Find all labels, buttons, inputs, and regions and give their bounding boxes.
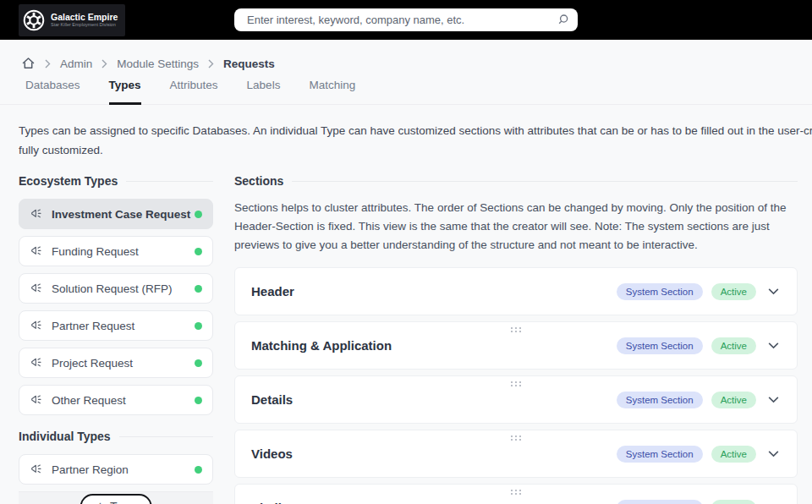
divider	[126, 181, 213, 182]
group-items: Investment Case Request Funding Request …	[19, 199, 213, 415]
divider	[119, 436, 213, 437]
status-dot	[195, 248, 202, 255]
type-item[interactable]: Investment Case Request	[19, 199, 213, 229]
home-icon[interactable]	[21, 57, 36, 70]
group-title: Individual Types	[19, 430, 111, 443]
section-card-title: Header	[251, 284, 294, 299]
section-card-title: Similar Requests	[251, 501, 354, 504]
megaphone-icon	[30, 319, 43, 332]
chevron-right-icon	[208, 59, 214, 68]
types-intro-text: Types can be assigned to specific Databa…	[19, 121, 812, 160]
logo[interactable]: Galactic Empire Star Killer Employment D…	[19, 4, 125, 36]
global-search	[234, 8, 578, 31]
type-item-label: Partner Request	[52, 320, 134, 332]
type-item-label: Investment Case Request	[52, 208, 190, 221]
topbar: Galactic Empire Star Killer Employment D…	[0, 0, 812, 40]
section-card-title: Details	[251, 392, 293, 407]
type-item-label: Solution Request (RFP)	[52, 282, 173, 295]
breadcrumb-requests: Requests	[223, 58, 275, 70]
megaphone-icon	[30, 282, 43, 295]
search-input[interactable]	[245, 13, 550, 27]
type-item-label: Partner Region	[52, 463, 129, 476]
status-dot	[195, 397, 202, 404]
section-card-title: Videos	[251, 446, 293, 461]
chevron-down-icon[interactable]	[766, 284, 781, 299]
status-dot	[195, 211, 202, 218]
type-item[interactable]: Partner Region	[19, 454, 213, 485]
section-card-title: Matching & Application	[251, 338, 392, 353]
active-badge: Active	[711, 446, 756, 463]
types-intro-line2: fully customized.	[19, 140, 812, 160]
type-item[interactable]: Project Request	[19, 348, 213, 378]
types-sidebar: Ecosystem Types Investment Case Request	[19, 174, 213, 504]
section-card: Header System Section Active	[234, 267, 798, 315]
plus-icon: +	[96, 500, 104, 504]
system-section-badge: System Section	[617, 446, 703, 463]
system-section-badge: System Section	[617, 500, 703, 504]
breadcrumb-module-settings[interactable]: Module Settings	[117, 58, 199, 70]
system-section-badge: System Section	[617, 392, 703, 408]
search-icon[interactable]	[557, 14, 569, 26]
status-dot	[195, 466, 202, 474]
type-item-label: Other Request	[52, 394, 126, 407]
group-title: Ecosystem Types	[19, 174, 118, 188]
sections-title: Sections	[234, 174, 283, 188]
drag-handle-icon[interactable]	[511, 436, 521, 441]
system-section-badge: System Section	[617, 337, 703, 354]
logo-subtitle: Star Killer Employment Division	[51, 22, 118, 27]
add-type-area: + Type	[19, 491, 213, 504]
types-intro-line1: Types can be assigned to specific Databa…	[19, 121, 812, 140]
module-tabs: Databases Types Attributes Labels Matchi…	[0, 79, 812, 105]
chevron-right-icon	[45, 59, 51, 68]
type-item-label: Funding Request	[52, 245, 139, 258]
chevron-down-icon[interactable]	[766, 392, 781, 407]
active-badge: Active	[711, 337, 756, 354]
status-dot	[195, 359, 202, 367]
system-section-badge: System Section	[617, 283, 703, 300]
section-card: Similar Requests System Section Active	[234, 484, 798, 504]
active-badge: Active	[711, 283, 756, 300]
megaphone-icon	[30, 244, 43, 258]
type-item-label: Project Request	[52, 357, 133, 370]
section-card: Details System Section Active	[234, 375, 798, 424]
add-type-button[interactable]: + Type	[80, 494, 152, 504]
breadcrumb-admin[interactable]: Admin	[60, 58, 92, 70]
tab-databases[interactable]: Databases	[25, 79, 80, 104]
galactic-empire-emblem-icon	[22, 8, 46, 32]
megaphone-icon	[30, 356, 43, 370]
sidebar-groups: Ecosystem Types Investment Case Request	[19, 174, 213, 485]
sections-panel: Sections Sections helps to cluster attri…	[234, 174, 798, 504]
section-card: Videos System Section Active	[234, 430, 798, 478]
group-items: Partner Region	[19, 454, 213, 485]
megaphone-icon	[30, 393, 43, 407]
megaphone-icon	[30, 207, 43, 221]
drag-handle-icon[interactable]	[511, 490, 521, 495]
drag-handle-icon[interactable]	[511, 381, 521, 386]
chevron-down-icon[interactable]	[766, 446, 781, 461]
sections-description: Sections helps to cluster attributes. Th…	[234, 199, 798, 255]
section-card: Matching & Application System Section Ac…	[234, 321, 798, 370]
tab-matching[interactable]: Matching	[309, 79, 355, 104]
tab-attributes[interactable]: Attributes	[170, 79, 218, 104]
status-dot	[195, 322, 202, 330]
megaphone-icon	[30, 463, 43, 476]
section-cards: Header System Section Active Matching & …	[234, 267, 798, 504]
logo-title: Galactic Empire	[51, 12, 118, 22]
type-item[interactable]: Other Request	[19, 385, 213, 415]
tab-types[interactable]: Types	[109, 79, 141, 105]
type-item[interactable]: Partner Request	[19, 310, 213, 341]
type-item[interactable]: Solution Request (RFP)	[19, 273, 213, 304]
drag-handle-icon[interactable]	[511, 327, 521, 332]
active-badge: Active	[711, 392, 756, 408]
chevron-down-icon[interactable]	[766, 501, 781, 504]
type-group: Individual Types Partner Region	[19, 430, 213, 485]
add-type-button-label: Type	[110, 500, 135, 504]
chevron-right-icon	[102, 59, 107, 68]
chevron-down-icon[interactable]	[766, 338, 781, 353]
type-group: Ecosystem Types Investment Case Request	[19, 174, 213, 415]
status-dot	[195, 285, 202, 293]
divider	[292, 181, 798, 182]
type-item[interactable]: Funding Request	[19, 236, 213, 266]
tab-labels[interactable]: Labels	[247, 79, 281, 104]
breadcrumb: Admin Module Settings Requests	[0, 40, 812, 74]
